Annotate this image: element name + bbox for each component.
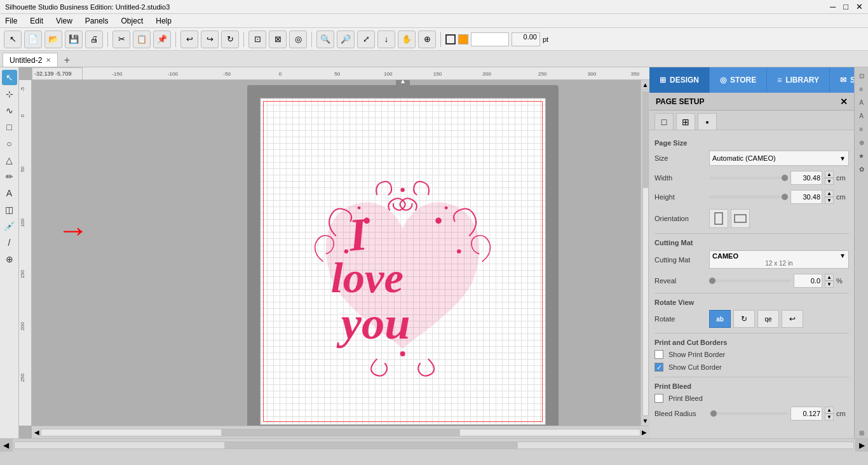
close-btn[interactable]: ✕: [856, 2, 863, 11]
tool-pen[interactable]: ✏: [2, 169, 17, 184]
scroll-track-v[interactable]: [642, 90, 649, 416]
bottom-scroll-thumb[interactable]: [224, 442, 518, 448]
menu-help[interactable]: Help: [153, 15, 174, 27]
bleed-radius-input[interactable]: [790, 407, 822, 421]
bleed-radius-thumb[interactable]: [710, 410, 717, 417]
tool-zoom-box[interactable]: ⊕: [418, 30, 436, 48]
reveal-stepper[interactable]: ▲ ▼: [825, 274, 834, 288]
tool-rectangle[interactable]: □: [2, 119, 17, 135]
tool-ellipse[interactable]: ○: [2, 136, 17, 151]
tool-hand[interactable]: ✋: [398, 30, 416, 48]
tool-weld[interactable]: ⊕: [2, 252, 17, 267]
rotate-btn-90[interactable]: ↻: [733, 310, 755, 328]
scroll-track-h[interactable]: [41, 429, 641, 436]
bottom-right-btn[interactable]: ▶: [855, 439, 868, 452]
tab-close-btn[interactable]: ✕: [46, 57, 51, 64]
tool-text[interactable]: A: [2, 185, 17, 201]
landscape-btn[interactable]: [731, 209, 750, 228]
minimize-btn[interactable]: ─: [830, 2, 836, 11]
panel-close-btn[interactable]: ✕: [840, 97, 848, 107]
tool-group[interactable]: ◎: [289, 30, 307, 48]
tool-new[interactable]: 📄: [24, 30, 42, 48]
right-icon-5[interactable]: ≡: [856, 123, 867, 135]
tool-eraser[interactable]: ◫: [2, 202, 17, 217]
height-value-input[interactable]: [790, 190, 822, 204]
tool-cut[interactable]: ✂: [112, 30, 130, 48]
reveal-value-input[interactable]: [794, 274, 822, 288]
height-stepper[interactable]: ▲ ▼: [825, 190, 834, 204]
bottom-scroll-track[interactable]: [14, 441, 854, 449]
tool-paste[interactable]: 📌: [153, 30, 171, 48]
tool-polygon[interactable]: △: [2, 152, 17, 168]
reveal-up-btn[interactable]: ▲: [825, 274, 834, 281]
height-slider-thumb[interactable]: [782, 194, 788, 200]
tool-move-down[interactable]: ↓: [377, 30, 395, 48]
right-icon-1[interactable]: ⊡: [856, 70, 867, 81]
vertical-scrollbar[interactable]: ▲ ▼: [641, 80, 649, 426]
horizontal-scrollbar[interactable]: ◀ ▶: [32, 426, 649, 438]
fill-color-box[interactable]: [458, 34, 468, 44]
tool-arrow[interactable]: ↖: [4, 30, 22, 48]
tool-node[interactable]: ⊹: [2, 86, 17, 102]
panel-tab-page[interactable]: □: [654, 113, 674, 130]
reveal-down-btn[interactable]: ▼: [825, 281, 834, 288]
height-slider[interactable]: [709, 196, 788, 198]
tool-zoom-fit[interactable]: ⤢: [357, 30, 375, 48]
tool-print[interactable]: 🖨: [85, 30, 103, 48]
menu-edit[interactable]: Edit: [27, 15, 46, 27]
tool-refresh[interactable]: ↻: [221, 30, 239, 48]
print-bleed-checkbox[interactable]: [654, 394, 663, 403]
reveal-slider[interactable]: [709, 280, 791, 282]
menu-panels[interactable]: Panels: [83, 15, 111, 27]
bleed-radius-slider[interactable]: [709, 412, 788, 415]
right-icon-bottom[interactable]: ⊞: [856, 427, 867, 438]
width-stepper[interactable]: ▲ ▼: [825, 171, 834, 185]
maximize-btn[interactable]: □: [843, 2, 848, 11]
tool-select-all[interactable]: ⊡: [248, 30, 266, 48]
right-icon-2[interactable]: ≡: [856, 83, 867, 95]
tool-eyedropper[interactable]: 💉: [2, 219, 17, 234]
tool-knife[interactable]: /: [2, 235, 17, 250]
right-icon-3[interactable]: A: [856, 97, 867, 108]
right-icon-8[interactable]: ✿: [856, 163, 867, 175]
panel-tab-other[interactable]: ▪: [698, 113, 717, 130]
size-dropdown[interactable]: Automatic (CAMEO) ▼: [709, 151, 849, 166]
bottom-left-btn[interactable]: ◀: [0, 439, 13, 452]
add-tab-btn[interactable]: +: [60, 54, 73, 67]
show-cut-border-checkbox[interactable]: ✓: [654, 363, 663, 372]
right-icon-4[interactable]: A: [856, 110, 867, 121]
tool-undo[interactable]: ↩: [180, 30, 198, 48]
rotate-btn-180[interactable]: qe: [757, 310, 779, 328]
nav-library[interactable]: ≡ LIBRARY: [767, 67, 830, 93]
menu-file[interactable]: File: [3, 15, 20, 27]
right-icon-7[interactable]: ★: [856, 150, 867, 161]
menu-object[interactable]: Object: [119, 15, 146, 27]
bleed-radius-stepper[interactable]: ▲ ▼: [825, 407, 834, 421]
tool-redo[interactable]: ↪: [201, 30, 219, 48]
width-up-btn[interactable]: ▲: [825, 171, 834, 178]
nav-store[interactable]: ◎ STORE: [710, 67, 767, 93]
bleed-radius-down[interactable]: ▼: [825, 414, 834, 421]
panel-tab-grid[interactable]: ⊞: [676, 113, 695, 130]
stroke-value[interactable]: 0.00: [512, 32, 540, 46]
tool-open[interactable]: 📂: [44, 30, 62, 48]
show-print-border-checkbox[interactable]: [654, 350, 663, 359]
height-up-btn[interactable]: ▲: [825, 190, 834, 197]
tool-ungroup[interactable]: ⊠: [269, 30, 287, 48]
tool-select[interactable]: ↖: [2, 70, 17, 85]
cutting-mat-dropdown[interactable]: CAMEO ▼ 12 x 12 in: [709, 250, 849, 269]
reveal-slider-thumb[interactable]: [709, 278, 715, 284]
scroll-thumb-h[interactable]: [221, 429, 461, 436]
width-slider-thumb[interactable]: [782, 175, 788, 181]
stroke-selector[interactable]: [471, 32, 509, 46]
bleed-radius-up[interactable]: ▲: [825, 407, 834, 414]
window-controls[interactable]: ─ □ ✕: [830, 2, 863, 11]
menu-view[interactable]: View: [53, 15, 75, 27]
scroll-up-btn[interactable]: ▲: [642, 81, 649, 88]
width-slider[interactable]: [709, 177, 788, 179]
tool-zoom-out[interactable]: 🔎: [337, 30, 355, 48]
nav-design[interactable]: ⊞ DESIGN: [649, 67, 710, 93]
tool-save[interactable]: 💾: [65, 30, 83, 48]
scroll-down-btn[interactable]: ▼: [642, 417, 649, 424]
rotate-btn-0[interactable]: ab: [709, 310, 731, 328]
